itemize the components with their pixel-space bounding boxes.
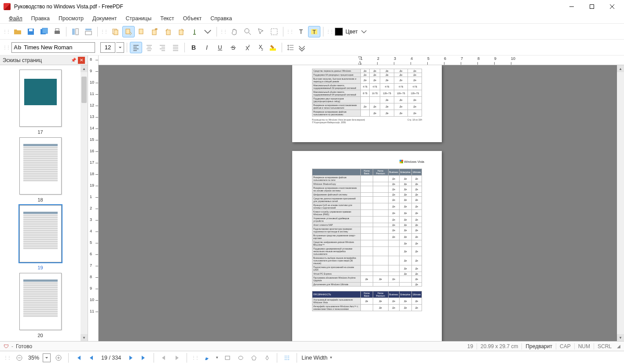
- menu-edit[interactable]: Правка: [27, 14, 54, 23]
- zoom-value[interactable]: 35%: [27, 355, 40, 361]
- align-center-button[interactable]: [143, 42, 155, 53]
- color-swatch[interactable]: [335, 28, 343, 36]
- highlight-text-button[interactable]: T: [308, 26, 320, 37]
- svg-text:U: U: [218, 44, 222, 51]
- menu-file[interactable]: Файл: [4, 14, 27, 23]
- zoom-in-button[interactable]: [53, 353, 64, 363]
- align-left-button[interactable]: [130, 42, 142, 53]
- svg-rect-8: [76, 29, 78, 35]
- underline-button[interactable]: U: [214, 42, 226, 53]
- menu-object[interactable]: Объект: [179, 14, 206, 23]
- duplicate-button[interactable]: [149, 26, 161, 37]
- line-width-select[interactable]: Line Width ▼: [301, 355, 333, 361]
- pencil-tool-button[interactable]: [202, 353, 213, 363]
- close-button[interactable]: [602, 0, 622, 13]
- page-indicator[interactable]: 19 / 334: [99, 355, 123, 361]
- svg-rect-15: [152, 30, 156, 35]
- first-page-button[interactable]: [73, 353, 84, 363]
- copy-button[interactable]: [109, 26, 121, 37]
- zoom-dropdown[interactable]: [43, 353, 51, 362]
- svg-rect-12: [114, 30, 118, 35]
- pin-icon[interactable]: 📌: [70, 57, 77, 64]
- scroll-up-icon[interactable]: ▲: [617, 65, 624, 72]
- subscript-button[interactable]: X2: [253, 42, 266, 53]
- thumbnail-page-19[interactable]: [19, 205, 62, 262]
- thumbnails-button[interactable]: [69, 26, 81, 37]
- dropdown-icon[interactable]: [202, 26, 214, 37]
- grid-tool-button[interactable]: [282, 353, 292, 363]
- svg-point-42: [285, 359, 286, 360]
- more-icon[interactable]: [298, 42, 306, 53]
- page-viewport[interactable]: Средство переноса данных WindowsДаДаДаДа…: [99, 65, 624, 341]
- menu-bar: Файл Правка Просмотр Документ Страницы Т…: [0, 13, 624, 24]
- rectangle-tool-button[interactable]: [222, 353, 233, 363]
- grip-icon: ⋮⋮: [100, 29, 107, 34]
- align-justify-button[interactable]: [169, 42, 182, 53]
- italic-button[interactable]: I: [201, 42, 213, 53]
- print-button[interactable]: [51, 26, 63, 37]
- nav-forward-button[interactable]: [172, 353, 182, 363]
- ellipse-tool-button[interactable]: [235, 353, 246, 363]
- text-tool-button[interactable]: T: [295, 26, 307, 37]
- snapshot-button[interactable]: [268, 26, 280, 37]
- thumbnails-scrollbar[interactable]: ▲ ▼: [81, 65, 88, 341]
- next-page-button[interactable]: [125, 353, 136, 363]
- polygon-tool-button[interactable]: [249, 353, 259, 363]
- highlight-button[interactable]: [267, 42, 279, 53]
- document-page-19: Windows Vista Home BasicHome PremiumBusi…: [292, 151, 442, 341]
- thumbnail-page-17[interactable]: [19, 70, 62, 127]
- save-as-button[interactable]: [38, 26, 50, 37]
- close-panel-button[interactable]: ✕: [78, 57, 85, 64]
- rotate-left-button[interactable]: [162, 26, 174, 37]
- superscript-button[interactable]: X2: [240, 42, 253, 53]
- windows-vista-logo: Windows Vista: [400, 160, 424, 163]
- scroll-up-icon[interactable]: ▲: [81, 65, 88, 72]
- vertical-scrollbar[interactable]: ▲ ▼: [617, 65, 624, 341]
- hand-tool-button[interactable]: [228, 26, 241, 37]
- thumbnails-list[interactable]: 17181920 ▲ ▼: [0, 65, 88, 341]
- strikethrough-button[interactable]: S: [227, 42, 239, 53]
- zoom-out-button[interactable]: [14, 353, 25, 363]
- menu-view[interactable]: Просмотр: [54, 14, 88, 23]
- maximize-button[interactable]: [582, 0, 602, 13]
- scroll-down-icon[interactable]: ▼: [81, 334, 88, 341]
- cut-button[interactable]: [136, 26, 148, 37]
- feature-table: Home BasicHome PremiumBusinessEnterprise…: [312, 169, 422, 287]
- menu-pages[interactable]: Страницы: [121, 14, 156, 23]
- menu-document[interactable]: Документ: [88, 14, 121, 23]
- thumbnail-page-20[interactable]: [19, 273, 62, 330]
- transparency-table: ПРОЗРАЧНОСТЬHome BasicHome PremiumBusine…: [312, 291, 422, 311]
- minimize-button[interactable]: [562, 0, 582, 13]
- bold-button[interactable]: B: [187, 42, 200, 53]
- svg-text:I: I: [206, 44, 208, 51]
- workspace: Эскизы страниц 📌 ✕ 17181920 ▲ ▼ 89101112…: [0, 55, 624, 341]
- font-name-select[interactable]: AbTimes New Roman: [11, 42, 95, 53]
- resize-grip-icon[interactable]: ◢: [615, 344, 620, 349]
- font-size-dropdown[interactable]: [116, 42, 124, 53]
- menu-text[interactable]: Текст: [156, 14, 178, 23]
- svg-point-36: [285, 356, 286, 357]
- svg-point-39: [285, 357, 286, 358]
- zoom-tool-button[interactable]: [242, 26, 254, 37]
- dropdown-icon[interactable]: [360, 26, 367, 37]
- dropdown-icon[interactable]: ▼: [215, 356, 220, 360]
- thumbnail-page-18[interactable]: [19, 137, 62, 195]
- open-button[interactable]: [11, 26, 24, 37]
- menu-help[interactable]: Справка: [206, 14, 236, 23]
- prev-page-button[interactable]: [86, 353, 97, 363]
- nav-back-button[interactable]: [158, 353, 169, 363]
- line-spacing-button[interactable]: [285, 42, 297, 53]
- layout-button[interactable]: [82, 26, 95, 37]
- scrollbar-thumb[interactable]: [81, 77, 87, 103]
- save-button[interactable]: [25, 26, 37, 37]
- paste-button[interactable]: [122, 26, 135, 37]
- pen-tool-button[interactable]: [262, 353, 272, 363]
- select-tool-button[interactable]: [255, 26, 267, 37]
- last-page-button[interactable]: [139, 353, 149, 363]
- scroll-down-icon[interactable]: ▼: [617, 334, 624, 341]
- align-right-button[interactable]: [156, 42, 169, 53]
- font-size-input[interactable]: 12: [100, 42, 115, 53]
- svg-point-38: [288, 356, 289, 357]
- stamp-button[interactable]: [188, 26, 201, 37]
- rotate-right-button[interactable]: [175, 26, 187, 37]
